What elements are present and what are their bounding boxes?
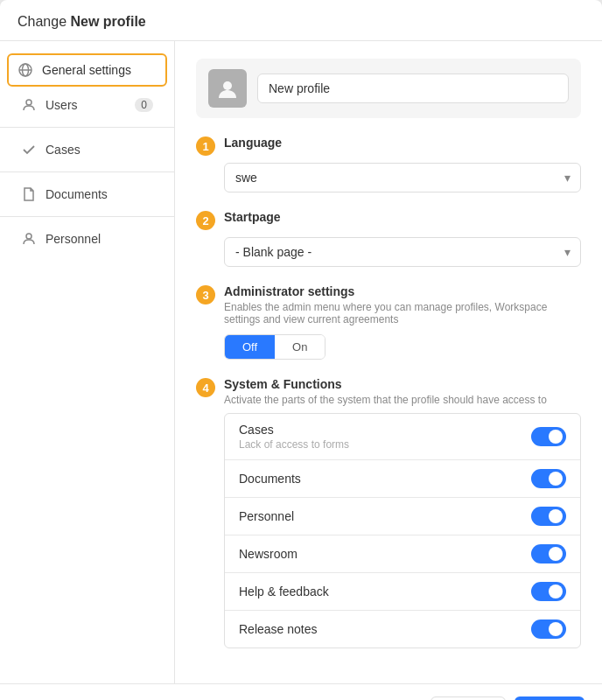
toggle-slider-personnel: [531, 507, 566, 526]
file-icon: [21, 186, 37, 202]
section-content-startpage: - Blank page -: [224, 237, 581, 267]
svg-point-5: [223, 81, 232, 90]
admin-toggle-off[interactable]: Off: [225, 335, 275, 359]
section-title-admin: Administrator settings: [224, 284, 581, 298]
function-label-help: Help & feedback: [239, 584, 531, 598]
toggle-release-notes[interactable]: [531, 620, 566, 639]
cancel-button[interactable]: Cancel: [430, 696, 506, 700]
function-label-personnel: Personnel: [239, 509, 531, 523]
section-header-startpage: 2 Startpage: [196, 210, 581, 230]
sidebar-divider-3: [0, 216, 174, 217]
svg-point-4: [26, 234, 32, 239]
person-icon-personnel: [21, 231, 37, 247]
functions-table: Cases Lack of access to forms Docu: [224, 413, 581, 648]
admin-toggle-group: Off On: [224, 334, 326, 360]
function-sublabel-cases: Lack of access to forms: [239, 438, 531, 451]
dialog: Change New profile General settings: [0, 0, 602, 700]
sidebar-label-users: Users: [46, 98, 78, 112]
globe-icon: [18, 62, 33, 78]
language-dropdown-wrapper: swe eng: [224, 163, 581, 192]
person-icon-users: [21, 97, 37, 113]
section-content-system: Cases Lack of access to forms Docu: [224, 413, 581, 648]
section-content-admin: Off On: [224, 334, 581, 360]
toggle-slider-release-notes: [531, 620, 566, 639]
section-admin-settings: 3 Administrator settings Enables the adm…: [196, 284, 581, 360]
function-label-documents: Documents: [239, 472, 531, 486]
toggle-slider-documents: [531, 469, 566, 488]
toggle-slider-cases: [531, 427, 566, 446]
section-title-system: System & Functions: [224, 377, 547, 391]
section-title-language: Language: [224, 136, 282, 150]
section-number-1: 1: [196, 136, 215, 156]
section-desc-system: Activate the parts of the system that th…: [224, 394, 547, 406]
sidebar-item-general-settings[interactable]: General settings: [7, 53, 167, 87]
toggle-help[interactable]: [531, 582, 566, 601]
section-startpage: 2 Startpage - Blank page -: [196, 210, 581, 267]
language-dropdown[interactable]: swe eng: [224, 163, 581, 192]
section-content-language: swe eng: [224, 163, 581, 192]
toggle-newsroom[interactable]: [531, 544, 566, 564]
main-content: 1 Language swe eng 2: [175, 41, 602, 683]
admin-toggle-on[interactable]: On: [275, 335, 325, 359]
sidebar-label-personnel: Personnel: [46, 232, 101, 246]
toggle-slider-newsroom: [531, 544, 566, 564]
sidebar-divider-1: [0, 127, 174, 128]
table-row: Cases Lack of access to forms: [225, 414, 580, 460]
sidebar-item-cases[interactable]: Cases: [7, 133, 167, 166]
sidebar: General settings Users 0: [0, 41, 175, 683]
sidebar-label-cases: Cases: [46, 143, 80, 157]
section-header-system: 4 System & Functions Activate the parts …: [196, 377, 581, 406]
sidebar-label-general-settings: General settings: [42, 63, 131, 77]
toggle-personnel[interactable]: [531, 507, 566, 526]
function-label-cases: Cases: [239, 423, 531, 437]
table-row: Release notes: [225, 611, 580, 648]
save-button[interactable]: Save: [514, 696, 584, 700]
section-title-startpage: Startpage: [224, 210, 281, 224]
function-label-newsroom: Newsroom: [239, 547, 531, 561]
sidebar-item-documents[interactable]: Documents: [7, 178, 167, 211]
sidebar-label-documents: Documents: [46, 187, 108, 201]
table-row: Documents: [225, 460, 580, 498]
function-name-documents: Documents: [239, 472, 531, 486]
section-desc-admin: Enables the admin menu where you can man…: [224, 301, 581, 326]
sidebar-divider-2: [0, 172, 174, 172]
function-name-help: Help & feedback: [239, 584, 531, 598]
toggle-cases[interactable]: [531, 427, 566, 446]
section-number-3: 3: [196, 285, 215, 304]
toggle-slider-help: [531, 582, 566, 601]
function-label-release-notes: Release notes: [239, 622, 531, 636]
table-row: Help & feedback: [225, 573, 580, 611]
function-name-newsroom: Newsroom: [239, 547, 531, 561]
table-row: Newsroom: [225, 536, 580, 573]
sidebar-item-personnel[interactable]: Personnel: [7, 222, 167, 256]
profile-name-row: [196, 59, 581, 118]
function-name-cases: Cases Lack of access to forms: [239, 423, 531, 451]
dialog-footer: Cancel Save: [0, 683, 602, 700]
table-row: Personnel: [225, 498, 580, 536]
avatar: [208, 69, 247, 108]
function-name-personnel: Personnel: [239, 509, 531, 523]
section-header-admin: 3 Administrator settings Enables the adm…: [196, 284, 581, 326]
check-icon: [21, 142, 37, 158]
dialog-header: Change New profile: [0, 0, 602, 41]
title-profile: New profile: [71, 14, 146, 29]
section-number-2: 2: [196, 211, 215, 230]
function-name-release-notes: Release notes: [239, 622, 531, 636]
page-title: Change New profile: [18, 14, 584, 30]
profile-name-input[interactable]: [257, 74, 569, 103]
startpage-dropdown[interactable]: - Blank page -: [224, 237, 581, 267]
title-prefix: Change: [18, 14, 66, 29]
section-system-functions: 4 System & Functions Activate the parts …: [196, 377, 581, 648]
startpage-dropdown-wrapper: - Blank page -: [224, 237, 581, 267]
sidebar-item-users[interactable]: Users 0: [7, 88, 167, 122]
users-badge: 0: [135, 98, 153, 112]
svg-point-3: [26, 100, 32, 105]
dialog-body: General settings Users 0: [0, 41, 602, 683]
section-header-language: 1 Language: [196, 136, 581, 156]
section-number-4: 4: [196, 378, 215, 397]
toggle-documents[interactable]: [531, 469, 566, 488]
section-language: 1 Language swe eng: [196, 136, 581, 192]
